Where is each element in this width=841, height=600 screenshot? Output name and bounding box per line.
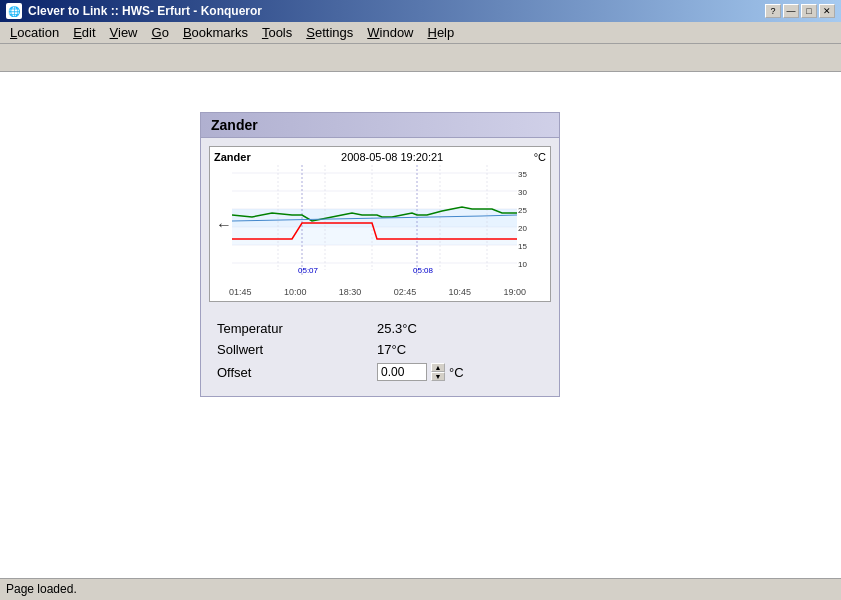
- x-label-4: 10:45: [449, 287, 472, 297]
- svg-text:20: 20: [518, 224, 527, 233]
- temperature-value: 25.3°C: [377, 321, 417, 336]
- maximize-button[interactable]: □: [801, 4, 817, 18]
- menu-bar: Location Edit View Go Bookmarks Tools Se…: [0, 22, 841, 44]
- panel-title-bar: Zander: [201, 113, 559, 138]
- chart-timestamp: 2008-05-08 19:20:21: [341, 151, 443, 163]
- svg-text:10: 10: [518, 260, 527, 269]
- svg-text:15: 15: [518, 242, 527, 251]
- chart-svg: 35 30 25 20 15 10: [232, 165, 532, 285]
- menu-bookmarks[interactable]: Bookmarks: [177, 23, 254, 42]
- x-label-1: 10:00: [284, 287, 307, 297]
- chart-body: ← 35 30 25 20 15 10: [214, 165, 546, 285]
- toolbar-area: [0, 44, 841, 72]
- offset-spin-down[interactable]: ▼: [431, 372, 445, 381]
- offset-spinner[interactable]: ▲ ▼: [431, 363, 445, 381]
- menu-window[interactable]: Window: [361, 23, 419, 42]
- help-button[interactable]: ?: [765, 4, 781, 18]
- sollwert-value: 17°C: [377, 342, 406, 357]
- offset-input[interactable]: [377, 363, 427, 381]
- panel: Zander Zander 2008-05-08 19:20:21 °C ← 3…: [200, 112, 560, 397]
- x-label-0: 01:45: [229, 287, 252, 297]
- browser-content: Zander Zander 2008-05-08 19:20:21 °C ← 3…: [0, 72, 841, 578]
- status-bar: Page loaded.: [0, 578, 841, 600]
- offset-row: Offset ▲ ▼ °C: [217, 360, 543, 384]
- title-bar-left: 🌐 Clever to Link :: HWS- Erfurt - Konque…: [6, 3, 262, 19]
- chart-header: Zander 2008-05-08 19:20:21 °C: [214, 151, 546, 163]
- temperature-row: Temperatur 25.3°C: [217, 318, 543, 339]
- chart-unit: °C: [534, 151, 546, 163]
- menu-settings[interactable]: Settings: [300, 23, 359, 42]
- svg-text:05:07: 05:07: [298, 266, 319, 275]
- menu-edit[interactable]: Edit: [67, 23, 101, 42]
- x-label-2: 18:30: [339, 287, 362, 297]
- offset-control[interactable]: ▲ ▼ °C: [377, 363, 464, 381]
- window-title: Clever to Link :: HWS- Erfurt - Konquero…: [28, 4, 262, 18]
- minimize-button[interactable]: —: [783, 4, 799, 18]
- panel-title: Zander: [211, 117, 258, 133]
- sollwert-row: Sollwert 17°C: [217, 339, 543, 360]
- window-controls[interactable]: ? — □ ✕: [765, 4, 835, 18]
- data-fields: Temperatur 25.3°C Sollwert 17°C Offset ▲…: [201, 310, 559, 396]
- page-content: Zander Zander 2008-05-08 19:20:21 °C ← 3…: [0, 72, 841, 397]
- chart-container: Zander 2008-05-08 19:20:21 °C ← 35 30 25…: [209, 146, 551, 302]
- svg-text:30: 30: [518, 188, 527, 197]
- chart-x-labels: 01:45 10:00 18:30 02:45 10:45 19:00: [214, 287, 546, 297]
- offset-unit: °C: [449, 365, 464, 380]
- chart-arrow-icon: ←: [216, 216, 232, 234]
- menu-go[interactable]: Go: [146, 23, 175, 42]
- chart-title: Zander: [214, 151, 251, 163]
- svg-text:05:08: 05:08: [413, 266, 434, 275]
- svg-text:35: 35: [518, 170, 527, 179]
- svg-text:25: 25: [518, 206, 527, 215]
- x-label-3: 02:45: [394, 287, 417, 297]
- status-text: Page loaded.: [6, 582, 77, 596]
- sollwert-label: Sollwert: [217, 342, 377, 357]
- menu-location[interactable]: Location: [4, 23, 65, 42]
- menu-view[interactable]: View: [104, 23, 144, 42]
- offset-label: Offset: [217, 365, 377, 380]
- x-label-5: 19:00: [503, 287, 526, 297]
- temperature-label: Temperatur: [217, 321, 377, 336]
- app-icon: 🌐: [6, 3, 22, 19]
- close-button[interactable]: ✕: [819, 4, 835, 18]
- menu-help[interactable]: Help: [422, 23, 461, 42]
- menu-tools[interactable]: Tools: [256, 23, 298, 42]
- offset-spin-up[interactable]: ▲: [431, 363, 445, 372]
- title-bar: 🌐 Clever to Link :: HWS- Erfurt - Konque…: [0, 0, 841, 22]
